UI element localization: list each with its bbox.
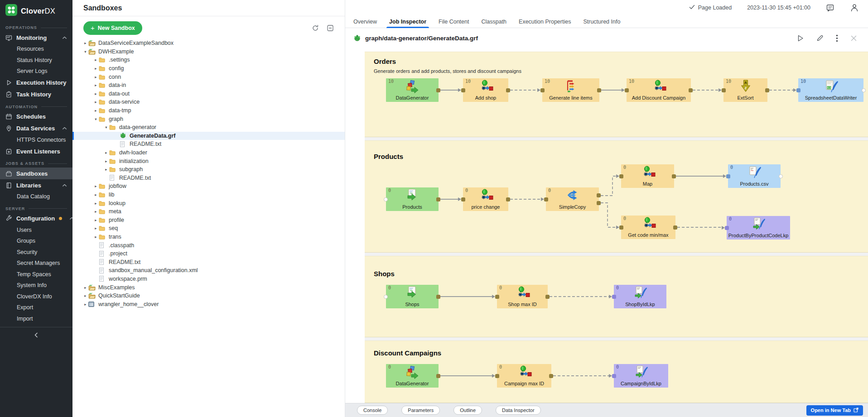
sidebar-item-status-history[interactable]: Status History [0,55,72,66]
tree-expand-arrow[interactable]: ▸ [82,285,88,290]
sidebar-item-execution-history[interactable]: Execution History [0,77,72,89]
graph-node-shop-max-id[interactable]: 0Shop max ID [497,285,548,308]
input-port[interactable] [722,88,726,92]
output-port[interactable] [436,88,440,92]
tree-expand-arrow[interactable]: ▸ [93,58,99,62]
tree-item-seq[interactable]: ▸seq [72,224,345,233]
output-port[interactable] [506,197,510,201]
graph-node-shops[interactable]: 0Shops [386,285,439,308]
input-port[interactable] [461,197,465,201]
input-port[interactable] [725,226,729,230]
tree-expand-arrow[interactable]: ▸ [103,150,109,155]
graph-node-price-change[interactable]: 0price change [463,187,508,211]
output-port[interactable] [549,374,553,378]
tree-item-conn[interactable]: ▸conn [72,72,345,81]
tree-expand-arrow[interactable]: ▾ [82,49,88,54]
input-port[interactable] [612,295,616,299]
graph-node-shopbyidlkp[interactable]: 0ShopByIdLkp [614,285,666,308]
tree-item-lookup[interactable]: ▸lookup [72,199,345,207]
graph-node-generate-line-items[interactable]: 10Generate line items [542,78,599,102]
tree-item-initialization[interactable]: ▸initialization [72,157,345,165]
tree-expand-arrow[interactable]: ▸ [93,83,99,87]
sidebar-item-export[interactable]: Export [0,302,72,313]
tree-item-miscexamples[interactable]: ▸MiscExamples [72,283,345,292]
tree-expand-arrow[interactable]: ▸ [93,192,99,197]
tree-item-generatedata-grf[interactable]: GenerateData.grf [72,132,345,140]
output-port[interactable] [436,374,440,378]
user-account-icon[interactable] [850,3,859,12]
tree-item-trans[interactable]: ▸trans [72,233,345,241]
tree-item-data-in[interactable]: ▸data-in [72,81,345,90]
tree-item-jobflow[interactable]: ▸jobflow [72,182,345,191]
open-new-tab-button[interactable]: Open in New Tab [806,405,863,416]
graph-node-products[interactable]: 0Products [386,187,439,211]
tree-item-profile[interactable]: ▸profile [72,216,345,224]
refresh-icon[interactable] [312,24,319,32]
output-port[interactable] [436,295,440,299]
input-port[interactable] [612,374,616,378]
tree-item-project[interactable]: .project [72,249,345,258]
output-port[interactable] [506,88,510,92]
tree-item-dwh-loader[interactable]: ▸dwh-loader [72,149,345,157]
tab-structured-info[interactable]: Structured Info [583,15,620,28]
tree-expand-arrow[interactable]: ▸ [93,91,99,96]
input-port[interactable] [540,88,545,92]
sidebar-item-secret-managers[interactable]: Secret Managers [0,258,72,269]
output-port[interactable] [545,295,550,299]
input-port[interactable] [495,295,499,299]
tab-job-inspector[interactable]: Job Inspector [389,15,426,28]
tree-expand-arrow[interactable]: ▸ [93,75,99,79]
outline-button[interactable]: Outline [453,406,482,415]
tab-classpath[interactable]: Classpath [481,15,506,28]
tree-item-quickstartguide[interactable]: ▸QuickStartGuide [72,292,345,300]
graph-node-add-discount-campaign[interactable]: 10Add Discount Campaign [627,78,691,102]
tree-expand-arrow[interactable]: ▾ [103,125,109,129]
sidebar-item-server-logs[interactable]: Server Logs [0,66,72,77]
sidebar-item-security[interactable]: Security [0,247,72,258]
console-button[interactable]: Console [357,406,388,415]
sidebar-item-resources[interactable]: Resources [0,43,72,55]
tree-item-dataserviceexamplesandbox[interactable]: ▸DataServiceExampleSandbox [72,39,345,48]
tree-item-wrangler-home-clover[interactable]: ▸wrangler_home__clover [72,300,345,308]
graph-node-productbyproductcodelkp[interactable]: 0ProductByProductCodeLkp [727,216,790,240]
run-graph-icon[interactable] [797,34,804,42]
output-port[interactable] [672,174,676,178]
sidebar-item-groups[interactable]: Groups [0,235,72,247]
sidebar-item-system-info[interactable]: System Info [0,280,72,291]
tree-expand-arrow[interactable]: ▸ [93,66,99,71]
tree-item-workspace-prm[interactable]: workspace.prm [72,275,345,283]
feedback-icon[interactable] [826,4,834,12]
graph-node-datagenerator[interactable]: 0DataGenerator [386,364,439,388]
graph-node-campaignbyidlkp[interactable]: 0CampaignByIdLkp [614,364,668,388]
tree-item-settings[interactable]: ▸.settings [72,56,345,64]
kebab-menu-icon[interactable] [836,34,838,42]
input-port[interactable] [495,374,499,378]
job-inspector-canvas[interactable]: OrdersGenerate orders and add products, … [365,52,868,403]
tree-item-sandbox-manual-configuration-xml[interactable]: sandbox_manual_configuration.xml [72,266,345,275]
tree-expand-arrow[interactable]: ▸ [103,167,109,172]
sidebar-item-event-listeners[interactable]: Event Listeners [0,145,72,157]
sidebar-item-monitoring[interactable]: Monitoring [0,32,72,43]
input-port[interactable] [619,225,623,230]
graph-node-get-code-min-max[interactable]: 0Get code min/max [621,216,675,239]
sidebar-collapse-button[interactable] [0,327,72,344]
tree-item-subgraph[interactable]: ▸subgraph [72,165,345,174]
graph-node-products-csv[interactable]: 0Products.csv [728,164,781,188]
edit-pencil-icon[interactable] [816,34,824,42]
sidebar-item-task-history[interactable]: Task History [0,89,72,101]
tree-expand-arrow[interactable]: ▸ [93,100,99,104]
tree-expand-arrow[interactable]: ▸ [82,41,88,45]
sidebar-item-temp-spaces[interactable]: Temp Spaces [0,269,72,280]
tree-item-data-out[interactable]: ▸data-out [72,90,345,98]
tree-expand-arrow[interactable]: ▸ [93,184,99,188]
graph-node-add-shop[interactable]: 10Add shop [463,78,508,102]
tree-expand-arrow[interactable]: ▸ [93,235,99,239]
input-port[interactable] [625,88,629,92]
tree-item-data-service[interactable]: ▸data-service [72,98,345,106]
tree-expand-arrow[interactable]: ▸ [93,209,99,214]
graph-node-datagenerator[interactable]: 10DataGenerator [386,78,439,102]
tree-item-readme-txt[interactable]: README.txt [72,174,345,182]
tree-item-dwhexample[interactable]: ▾DWHExample [72,48,345,56]
sidebar-item-data-services[interactable]: Data Services [0,123,72,134]
app-logo[interactable]: CloverDX [0,0,72,21]
